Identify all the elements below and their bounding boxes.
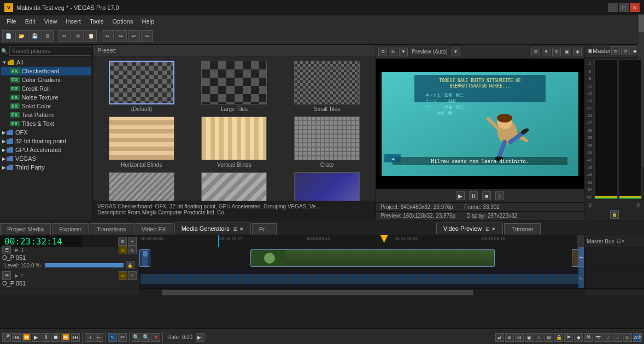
lock-btn[interactable]: 🔒 xyxy=(554,333,563,342)
preset-large-tiles[interactable]: Large Tiles xyxy=(190,61,279,112)
clip-1[interactable] xyxy=(139,249,150,267)
preview-expand-btn[interactable]: ⊡ xyxy=(552,48,561,56)
loop-button[interactable]: ≡ xyxy=(495,191,504,200)
tab-video-preview[interactable]: Video Preview ⊡ ✕ xyxy=(436,223,503,235)
channels-btn[interactable]: 2ch xyxy=(633,333,642,342)
ripple-btn[interactable]: ≈ xyxy=(535,333,543,342)
tree-folder-vegas[interactable]: ▶ VEGAS xyxy=(1,154,91,163)
track-solo-btn[interactable]: S xyxy=(128,246,137,254)
scrub-btn[interactable]: ◉ xyxy=(525,333,534,342)
sync-btn[interactable]: ⇄ xyxy=(495,333,504,342)
tree-folder-ofx[interactable]: ▶ OFX xyxy=(1,128,91,137)
ruler-scrollbar[interactable] xyxy=(577,235,584,247)
preset-gray1[interactable] xyxy=(97,172,186,201)
tab-video-fx[interactable]: Video FX xyxy=(134,223,173,235)
preset-small-tiles[interactable]: Small Tiles xyxy=(283,61,371,112)
preset-default[interactable]: (Default) xyxy=(97,61,186,112)
clip-2[interactable] xyxy=(250,249,495,267)
preview-grid-btn[interactable]: ⊞ xyxy=(531,48,540,56)
preview-auto-btn[interactable]: ▼ xyxy=(452,48,460,56)
transport-play-btn[interactable]: ▶ xyxy=(32,333,40,342)
audio-solo-btn[interactable]: S xyxy=(128,271,137,280)
preset-h-blinds[interactable]: Horizontal Blinds xyxy=(97,116,186,168)
play-button[interactable]: ▶ xyxy=(456,191,465,200)
timeline-ruler[interactable]: 00:00:00;00 00:04:59;17 00:09:59;10 00:1… xyxy=(139,235,577,247)
copy-button[interactable]: ⎘ xyxy=(72,30,84,42)
preset-gray2[interactable] xyxy=(190,172,279,201)
menu-edit[interactable]: Edit xyxy=(21,17,40,26)
tree-item-solid-color[interactable]: FX Solid Color xyxy=(1,102,91,110)
preview-zoom-btn[interactable]: ▼ xyxy=(542,48,551,56)
master-bus-close[interactable]: ✕ xyxy=(621,238,625,244)
cam-btn[interactable]: 📷 xyxy=(594,333,602,342)
tree-item-titles-text[interactable]: FX Titles & Text xyxy=(1,119,91,128)
transport-next-btn[interactable]: ⏩ xyxy=(61,333,70,342)
menu-tools[interactable]: Tools xyxy=(85,17,108,26)
redo-button[interactable]: ↪ xyxy=(115,30,127,42)
video-preview-close[interactable]: ✕ xyxy=(491,226,496,232)
tree-item-color-gradient[interactable]: FX Color Gradient xyxy=(1,75,91,84)
timecode-settings[interactable]: ⚙ xyxy=(118,237,127,246)
master-settings-btn[interactable]: ⚙ xyxy=(621,46,630,55)
undo2-button[interactable]: ↩ xyxy=(128,30,140,42)
preview-ext-btn[interactable]: ▣ xyxy=(563,48,571,56)
zoom-out-btn[interactable]: 🔍 xyxy=(142,333,150,342)
transport-return-btn[interactable]: ⏮ xyxy=(12,333,21,342)
menu-file[interactable]: File xyxy=(2,17,21,26)
tree-folder-all[interactable]: ▼ All xyxy=(1,58,91,67)
track-menu-btn[interactable]: ☰ xyxy=(2,246,11,254)
preset-v-blinds[interactable]: Vertical Blinds xyxy=(190,116,279,168)
transport-pause-btn[interactable]: ⏸ xyxy=(42,333,50,342)
tree-item-noise-texture[interactable]: FX Noise Texture xyxy=(1,93,91,102)
properties-button[interactable]: ⚙ xyxy=(42,30,54,42)
media-gen-close[interactable]: ✕ xyxy=(239,226,244,232)
tab-transitions[interactable]: Transitions xyxy=(90,223,133,235)
tab-trimmer[interactable]: Trimmer xyxy=(504,223,541,235)
tree-folder-32bit[interactable]: ▶ 32-bit floating point xyxy=(1,137,91,145)
cursor-btn[interactable]: ↖ xyxy=(108,333,117,342)
tab-pr[interactable]: Pr... xyxy=(252,223,277,235)
transport-end-btn[interactable]: ⏭ xyxy=(71,333,80,342)
tab-media-generators[interactable]: Media Generators ⊡ ✕ xyxy=(174,223,251,235)
audio-track-menu-btn[interactable]: ☰ xyxy=(2,271,11,280)
master-fx-btn[interactable]: fx xyxy=(611,46,620,55)
audio-resize-handle[interactable]: ⊢ xyxy=(578,269,584,288)
tree-folder-third-party[interactable]: ▶ Third Party xyxy=(1,163,91,172)
minimize-button[interactable]: ─ xyxy=(608,3,618,12)
preset-grate[interactable]: Grate xyxy=(283,116,371,168)
transport-loop-b-btn[interactable]: ⊢ xyxy=(95,333,103,342)
marker-btn[interactable]: ◆ xyxy=(574,333,583,342)
transport-record-btn[interactable]: 🎤 xyxy=(2,333,11,342)
rate-end-btn[interactable]: ▶| xyxy=(196,333,204,342)
razor-btn[interactable]: ✂ xyxy=(118,333,127,342)
cut-button[interactable]: ✂ xyxy=(58,30,71,42)
track-resize-handle[interactable]: ⊢ xyxy=(578,247,584,269)
preset-blue1[interactable] xyxy=(283,172,371,201)
undo-button[interactable]: ↩ xyxy=(102,30,114,42)
level-slider[interactable] xyxy=(45,263,124,267)
master-lock-btn[interactable]: 🔒 xyxy=(610,210,619,219)
menu-options[interactable]: Options xyxy=(108,17,138,26)
menu-help[interactable]: Help xyxy=(137,17,159,26)
preview-settings-btn[interactable]: ⚙ xyxy=(378,48,387,56)
tree-item-test-pattern[interactable]: FX Test Pattern xyxy=(1,110,91,119)
menu-view[interactable]: View xyxy=(40,17,62,26)
search-input[interactable] xyxy=(9,46,91,56)
paste-button[interactable]: 📋 xyxy=(85,30,97,42)
preview-channel-btn[interactable]: ▼ xyxy=(399,48,408,56)
tab-project-media[interactable]: Project Media xyxy=(0,223,51,235)
menu-insert[interactable]: Insert xyxy=(61,17,85,26)
tree-folder-gpu[interactable]: ▶ GPU Accelerated xyxy=(1,145,91,154)
preview-snap-btn[interactable]: ◉ xyxy=(573,48,582,56)
new-button[interactable]: 📄 xyxy=(2,30,14,42)
post-btn[interactable]: ⊠ xyxy=(545,333,553,342)
midi-btn[interactable]: ♩ xyxy=(613,333,622,342)
cmd-btn[interactable]: ⌘ xyxy=(584,333,593,342)
stop-button[interactable]: ■ xyxy=(482,191,491,200)
transport-prev-btn[interactable]: ⏪ xyxy=(22,333,31,342)
open-button[interactable]: 📂 xyxy=(15,30,27,42)
tree-item-credit-roll[interactable]: FX Credit Roll xyxy=(1,84,91,93)
snap-btn[interactable]: ⊞ xyxy=(505,333,514,342)
flag-btn[interactable]: ⚑ xyxy=(564,333,573,342)
maximize-button[interactable]: □ xyxy=(619,3,629,12)
